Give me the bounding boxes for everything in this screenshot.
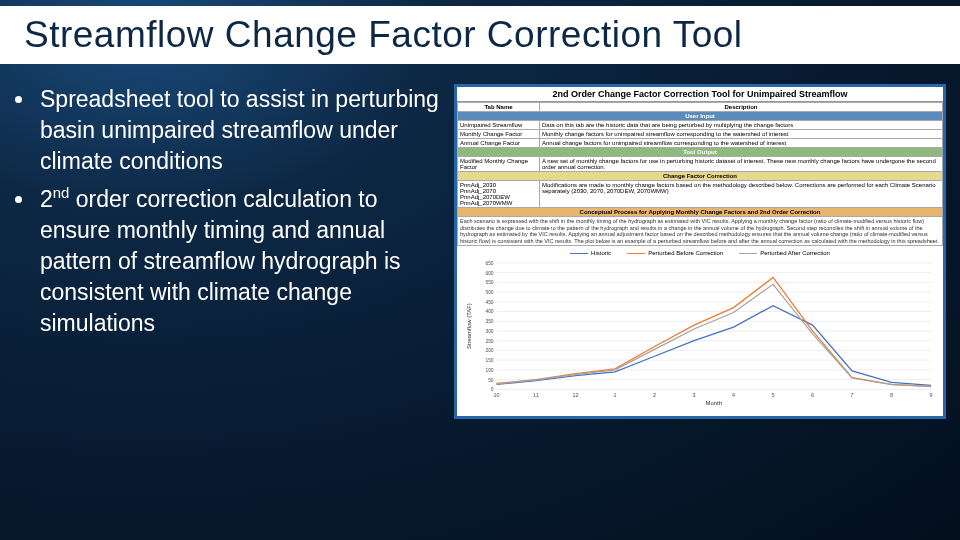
- table-row: Unimpaired StreamflowData on this tab ar…: [458, 121, 943, 130]
- legend-item-after: Perturbed After Correction: [739, 250, 830, 256]
- cell-scenarios: PnnAdj_2030 PnnAdj_2070 PnnAdj_2070DEW P…: [458, 181, 540, 208]
- sheet-table: Tab Name Description User Input Unimpair…: [457, 102, 943, 246]
- cell: Annual Change Factor: [458, 139, 540, 148]
- cell: Modified Monthly Change Factor: [458, 157, 540, 172]
- svg-text:200: 200: [485, 349, 493, 354]
- svg-text:Streamflow (TAF): Streamflow (TAF): [466, 304, 472, 350]
- bullet-2-sup: nd: [53, 184, 70, 201]
- bullet-2-num: 2: [40, 186, 53, 212]
- cell: Unimpaired Streamflow: [458, 121, 540, 130]
- scenario-label: PnnAdj_2070WMW: [460, 200, 537, 206]
- table-row: Annual Change FactorAnnual change factor…: [458, 139, 943, 148]
- cell: Data on this tab are the historic data t…: [540, 121, 943, 130]
- cell: Monthly Change Factor: [458, 130, 540, 139]
- svg-text:9: 9: [930, 393, 933, 399]
- svg-text:600: 600: [485, 271, 493, 276]
- svg-text:7: 7: [851, 393, 854, 399]
- svg-text:350: 350: [485, 320, 493, 325]
- svg-text:50: 50: [488, 378, 494, 383]
- banner-process: Conceptual Process for Applying Monthly …: [458, 208, 943, 217]
- svg-text:650: 650: [485, 261, 493, 266]
- table-header: Tab Name Description: [458, 103, 943, 112]
- svg-text:1: 1: [614, 393, 617, 399]
- process-paragraph: Each scenario is expressed with the shif…: [458, 217, 943, 246]
- legend-swatch: [739, 253, 757, 254]
- banner-cfc-label: Change Factor Correction: [458, 172, 943, 181]
- banner-tool-output: Tool Output: [458, 148, 943, 157]
- svg-text:12: 12: [573, 393, 579, 399]
- svg-text:300: 300: [485, 329, 493, 334]
- svg-text:100: 100: [485, 368, 493, 373]
- bullet-2: 2nd order correction calculation to ensu…: [36, 183, 444, 339]
- cell: Monthly change factors for unimpaired st…: [540, 130, 943, 139]
- banner-process-label: Conceptual Process for Applying Monthly …: [458, 208, 943, 217]
- content-row: Spreadsheet tool to assist in perturbing…: [0, 64, 960, 419]
- svg-text:10: 10: [494, 393, 500, 399]
- banner-tool-output-label: Tool Output: [458, 148, 943, 157]
- legend-item-before: Perturbed Before Correction: [627, 250, 723, 256]
- bullet-1: Spreadsheet tool to assist in perturbing…: [36, 84, 444, 177]
- page-title: Streamflow Change Factor Correction Tool: [0, 6, 960, 64]
- svg-text:2: 2: [653, 393, 656, 399]
- bullet-2-rest: order correction calculation to ensure m…: [40, 186, 401, 336]
- banner-user-input-label: User Input: [458, 112, 943, 121]
- svg-text:400: 400: [485, 310, 493, 315]
- chart-container: Historic Perturbed Before Correction Per…: [457, 246, 943, 416]
- col-tab: Tab Name: [458, 103, 540, 112]
- svg-text:3: 3: [693, 393, 696, 399]
- table-row: PnnAdj_2030 PnnAdj_2070 PnnAdj_2070DEW P…: [458, 181, 943, 208]
- svg-text:250: 250: [485, 339, 493, 344]
- cell: A new set of monthly change factors for …: [540, 157, 943, 172]
- svg-text:8: 8: [890, 393, 893, 399]
- svg-text:4: 4: [732, 393, 735, 399]
- svg-text:5: 5: [772, 393, 775, 399]
- legend-label: Perturbed After Correction: [760, 250, 830, 256]
- banner-user-input: User Input: [458, 112, 943, 121]
- chart-legend: Historic Perturbed Before Correction Per…: [463, 250, 937, 256]
- line-chart: 0501001502002503003504004505005506006501…: [463, 258, 937, 408]
- cell: Annual change factors for unimpaired str…: [540, 139, 943, 148]
- svg-text:550: 550: [485, 281, 493, 286]
- table-row: Monthly Change FactorMonthly change fact…: [458, 130, 943, 139]
- cell: Modifications are made to monthly change…: [540, 181, 943, 208]
- banner-cfc: Change Factor Correction: [458, 172, 943, 181]
- legend-swatch: [570, 253, 588, 254]
- svg-text:450: 450: [485, 300, 493, 305]
- legend-item-historic: Historic: [570, 250, 611, 256]
- spreadsheet-panel: 2nd Order Change Factor Correction Tool …: [454, 84, 946, 419]
- svg-text:500: 500: [485, 290, 493, 295]
- legend-swatch: [627, 253, 645, 254]
- table-row: Each scenario is expressed with the shif…: [458, 217, 943, 246]
- svg-text:Month: Month: [706, 400, 722, 406]
- svg-text:11: 11: [533, 393, 539, 399]
- panel-heading: 2nd Order Change Factor Correction Tool …: [457, 87, 943, 102]
- bullet-list: Spreadsheet tool to assist in perturbing…: [14, 84, 444, 419]
- legend-label: Historic: [591, 250, 611, 256]
- table-row: Modified Monthly Change FactorA new set …: [458, 157, 943, 172]
- svg-text:150: 150: [485, 358, 493, 363]
- legend-label: Perturbed Before Correction: [648, 250, 723, 256]
- col-desc: Description: [540, 103, 943, 112]
- svg-text:6: 6: [811, 393, 814, 399]
